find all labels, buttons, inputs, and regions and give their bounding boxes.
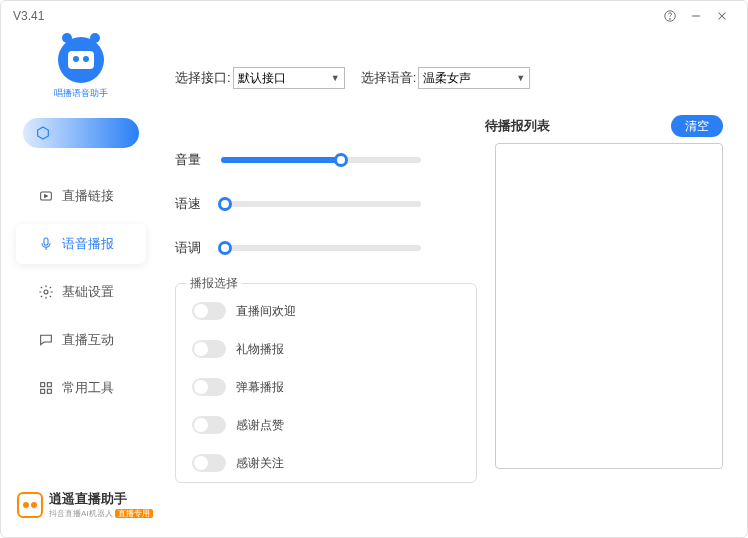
mic-icon bbox=[38, 236, 54, 252]
speed-slider[interactable] bbox=[221, 201, 421, 207]
toggle-follow[interactable] bbox=[192, 454, 226, 472]
brand-icon bbox=[17, 492, 43, 518]
svg-rect-10 bbox=[47, 383, 51, 387]
version-label: V3.41 bbox=[13, 9, 44, 23]
toggle-like[interactable] bbox=[192, 416, 226, 434]
svg-marker-5 bbox=[38, 127, 49, 139]
nav-basic-settings[interactable]: 基础设置 bbox=[16, 272, 146, 312]
brand-main: 逍遥直播助手 bbox=[49, 490, 153, 508]
svg-point-1 bbox=[670, 18, 671, 19]
pitch-label: 语调 bbox=[175, 239, 205, 257]
nav-tools[interactable]: 常用工具 bbox=[16, 368, 146, 408]
pitch-slider[interactable] bbox=[221, 245, 421, 251]
toggle-welcome[interactable] bbox=[192, 302, 226, 320]
chevron-down-icon: ▼ bbox=[331, 73, 340, 83]
voice-label: 选择语音: bbox=[361, 69, 417, 87]
toggle-label: 礼物播报 bbox=[236, 341, 284, 358]
nav-live-link[interactable]: 直播链接 bbox=[16, 176, 146, 216]
chevron-down-icon: ▼ bbox=[516, 73, 525, 83]
titlebar: V3.41 bbox=[1, 1, 747, 31]
nav-label: 常用工具 bbox=[62, 379, 114, 397]
toggle-label: 感谢关注 bbox=[236, 455, 284, 472]
nav-label: 基础设置 bbox=[62, 283, 114, 301]
svg-rect-9 bbox=[41, 383, 45, 387]
queue-list[interactable] bbox=[495, 143, 723, 469]
queue-title: 待播报列表 bbox=[485, 117, 550, 135]
main-panel: 选择接口: 默认接口 ▼ 选择语音: 温柔女声 ▼ 待播报列表 清空 bbox=[161, 31, 747, 537]
minimize-button[interactable] bbox=[683, 3, 709, 29]
volume-slider[interactable] bbox=[221, 157, 421, 163]
volume-label: 音量 bbox=[175, 151, 205, 169]
fieldset-title: 播报选择 bbox=[186, 275, 242, 292]
link-icon bbox=[38, 188, 54, 204]
sidebar: 唱播语音助手 直播链接 语音播报 基础设置 直播互动 常用工具 bbox=[1, 31, 161, 537]
nav-label: 直播链接 bbox=[62, 187, 114, 205]
speed-label: 语速 bbox=[175, 195, 205, 213]
toggle-gift[interactable] bbox=[192, 340, 226, 358]
brand-sub: 抖音直播AI机器人直播专用 bbox=[49, 508, 153, 519]
svg-point-8 bbox=[44, 290, 48, 294]
nav-label: 语音播报 bbox=[62, 235, 114, 253]
app-logo: 唱播语音助手 bbox=[54, 37, 108, 100]
toggle-label: 直播间欢迎 bbox=[236, 303, 296, 320]
close-button[interactable] bbox=[709, 3, 735, 29]
clear-button[interactable]: 清空 bbox=[671, 115, 723, 137]
svg-rect-12 bbox=[47, 389, 51, 393]
port-select[interactable]: 默认接口 ▼ bbox=[233, 67, 345, 89]
grid-icon bbox=[38, 380, 54, 396]
port-label: 选择接口: bbox=[175, 69, 231, 87]
toggle-danmu[interactable] bbox=[192, 378, 226, 396]
logo-text: 唱播语音助手 bbox=[54, 87, 108, 100]
help-button[interactable] bbox=[657, 3, 683, 29]
brand-footer: 逍遥直播助手 抖音直播AI机器人直播专用 bbox=[1, 480, 153, 537]
broadcast-fieldset: 播报选择 直播间欢迎 礼物播报 弹幕播报 bbox=[175, 283, 477, 483]
nav-label: 直播互动 bbox=[62, 331, 114, 349]
voice-select[interactable]: 温柔女声 ▼ bbox=[418, 67, 530, 89]
nav-indicator[interactable] bbox=[23, 118, 139, 148]
svg-rect-11 bbox=[41, 389, 45, 393]
nav-live-interact[interactable]: 直播互动 bbox=[16, 320, 146, 360]
chat-icon bbox=[38, 332, 54, 348]
toggle-label: 弹幕播报 bbox=[236, 379, 284, 396]
nav-voice-broadcast[interactable]: 语音播报 bbox=[16, 224, 146, 264]
gear-icon bbox=[38, 284, 54, 300]
toggle-label: 感谢点赞 bbox=[236, 417, 284, 434]
svg-rect-7 bbox=[44, 238, 48, 245]
